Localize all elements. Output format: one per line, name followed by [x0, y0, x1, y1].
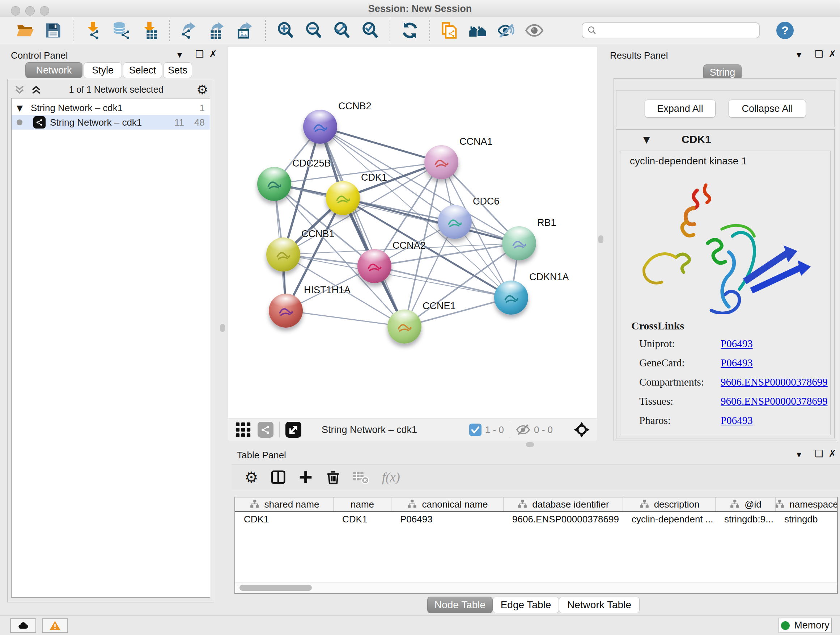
node-CCNA1[interactable] — [424, 145, 458, 179]
zoom-out-icon[interactable] — [304, 21, 323, 40]
tab-node-table[interactable]: Node Table — [427, 597, 493, 613]
edge-HIST1H1A-CCNE1[interactable] — [286, 310, 404, 326]
split-columns-icon[interactable] — [270, 469, 286, 486]
tab-network[interactable]: Network — [25, 62, 82, 78]
search-input[interactable] — [582, 22, 760, 38]
tab-network-table[interactable]: Network Table — [559, 597, 639, 613]
cell-database-identifier[interactable]: 9606.ENSP00000378699 — [504, 514, 623, 525]
expand-all-button[interactable]: Expand All — [645, 100, 715, 118]
panel-menu-icon[interactable]: ▾ — [797, 449, 801, 460]
export-table-icon[interactable] — [208, 21, 227, 40]
zoom-selected-icon[interactable] — [361, 21, 379, 40]
crosslink-link[interactable]: P06493 — [721, 415, 830, 426]
table-row[interactable]: CDK1CDK1P064939606.ENSP00000378699cyclin… — [235, 512, 837, 526]
node-RB1[interactable] — [502, 226, 536, 260]
hidden-eye-icon[interactable] — [516, 423, 531, 437]
export-image-icon[interactable] — [236, 21, 255, 40]
node-CCNB1[interactable] — [266, 238, 300, 272]
panel-close-icon[interactable]: ✗ — [829, 448, 836, 459]
import-network-icon[interactable] — [84, 21, 103, 40]
network-share-view-icon[interactable] — [257, 422, 273, 438]
network-options-gear-icon[interactable]: ⚙ — [196, 82, 208, 97]
scrollbar-thumb[interactable] — [240, 585, 312, 591]
column-header-name[interactable]: name — [333, 497, 392, 511]
show-all-eye-icon[interactable] — [525, 21, 544, 40]
home-view-icon[interactable] — [469, 21, 487, 40]
panel-float-icon[interactable]: ❑ — [815, 448, 823, 459]
help-button[interactable]: ? — [776, 22, 794, 39]
network-tree-child-row[interactable]: String Network – cdk1 11 48 — [11, 115, 210, 130]
tree-expander-icon[interactable]: ▼ — [17, 103, 23, 112]
add-column-icon[interactable] — [297, 469, 314, 486]
column-header-namespace[interactable]: namespace — [775, 497, 837, 511]
birdseye-crosshair-icon[interactable] — [573, 421, 591, 439]
memory-button[interactable]: Memory — [778, 618, 832, 633]
node-CDC25B[interactable] — [257, 167, 291, 201]
entry-collapse-icon[interactable]: ▼ — [643, 135, 650, 145]
open-in-new-window-icon[interactable] — [286, 422, 302, 438]
zoom-fit-icon[interactable] — [332, 21, 351, 40]
selected-nodes-checkbox-icon[interactable] — [469, 424, 482, 436]
zoom-in-icon[interactable] — [276, 21, 295, 40]
tab-style[interactable]: Style — [84, 62, 122, 78]
duplicate-network-icon[interactable] — [440, 21, 459, 40]
left-splitter-handle[interactable] — [220, 324, 225, 332]
panel-close-icon[interactable]: ✗ — [829, 49, 836, 59]
cell-description[interactable]: cyclin-dependent ... — [623, 514, 715, 525]
column-header-canonical-name[interactable]: canonical name — [392, 497, 504, 511]
column-header-database-identifier[interactable]: database identifier — [504, 497, 623, 511]
node-CDK1[interactable] — [326, 181, 360, 215]
node-CCNE1[interactable] — [387, 310, 422, 344]
import-database-icon[interactable] — [112, 21, 131, 40]
open-session-icon[interactable] — [16, 21, 34, 40]
node-CDC6[interactable] — [438, 205, 472, 239]
cell-name[interactable]: CDK1 — [333, 514, 392, 525]
cell-shared-name[interactable]: CDK1 — [235, 514, 333, 525]
delete-column-trash-icon[interactable] — [325, 469, 341, 486]
horizontal-splitter-handle[interactable] — [526, 442, 534, 447]
crosslink-link[interactable]: P06493 — [721, 357, 830, 369]
node-HIST1H1A[interactable] — [269, 294, 303, 328]
network-canvas[interactable]: CCNB2CCNA1CDC25BCDK1CDC6RB1CCNB1CCNA2CDK… — [228, 47, 597, 418]
column-header--id[interactable]: @id — [715, 497, 775, 511]
crosslink-link[interactable]: P06493 — [721, 338, 830, 350]
panel-menu-icon[interactable]: ▾ — [177, 49, 182, 60]
export-network-icon[interactable] — [180, 21, 199, 40]
crosslink-link[interactable]: 9606.ENSP00000378699 — [721, 376, 830, 388]
right-splitter-handle[interactable] — [598, 235, 603, 243]
cloud-status-button[interactable] — [10, 618, 36, 633]
tab-select[interactable]: Select — [123, 62, 162, 78]
toolbar-separator — [73, 20, 73, 41]
node-CCNB2[interactable] — [303, 110, 337, 144]
collapse-all-button[interactable]: Collapse All — [729, 100, 806, 118]
crosslink-link[interactable]: 9606.ENSP00000378699 — [721, 395, 830, 407]
column-header-shared-name[interactable]: shared name — [235, 497, 333, 511]
cell--id[interactable]: stringdb:9... — [715, 514, 775, 525]
grid-view-icon[interactable] — [235, 422, 251, 438]
network-tree-root-row[interactable]: ▼ String Network – cdk1 1 — [11, 101, 210, 115]
hide-selected-icon[interactable] — [497, 21, 515, 40]
node-CCNA2[interactable] — [357, 249, 392, 283]
edge-CCNA2-CDKN1A[interactable] — [374, 266, 511, 298]
horizontal-scrollbar[interactable] — [235, 583, 837, 593]
delete-table-icon[interactable] — [352, 469, 369, 486]
expand-all-networks-icon[interactable] — [30, 84, 42, 98]
collapse-all-networks-icon[interactable] — [13, 84, 26, 98]
refresh-layout-icon[interactable] — [401, 21, 419, 40]
cell-namespace[interactable]: stringdb — [775, 514, 837, 525]
cell-canonical-name[interactable]: P06493 — [392, 514, 504, 525]
tab-sets[interactable]: Sets — [163, 62, 192, 78]
save-session-icon[interactable] — [44, 21, 63, 40]
function-builder-icon[interactable]: f(x) — [382, 470, 400, 485]
edge-CCNB2-CCNA1[interactable] — [320, 127, 441, 162]
tab-edge-table[interactable]: Edge Table — [493, 597, 559, 613]
import-table-icon[interactable] — [140, 21, 159, 40]
column-header-description[interactable]: description — [623, 497, 715, 511]
panel-menu-icon[interactable]: ▾ — [797, 49, 801, 60]
panel-float-icon[interactable]: ❑ — [195, 49, 204, 59]
table-settings-gear-icon[interactable]: ⚙ — [245, 469, 258, 486]
warning-status-button[interactable] — [42, 618, 68, 633]
panel-close-icon[interactable]: ✗ — [209, 49, 217, 59]
panel-float-icon[interactable]: ❑ — [815, 49, 823, 59]
node-CDKN1A[interactable] — [494, 280, 528, 315]
